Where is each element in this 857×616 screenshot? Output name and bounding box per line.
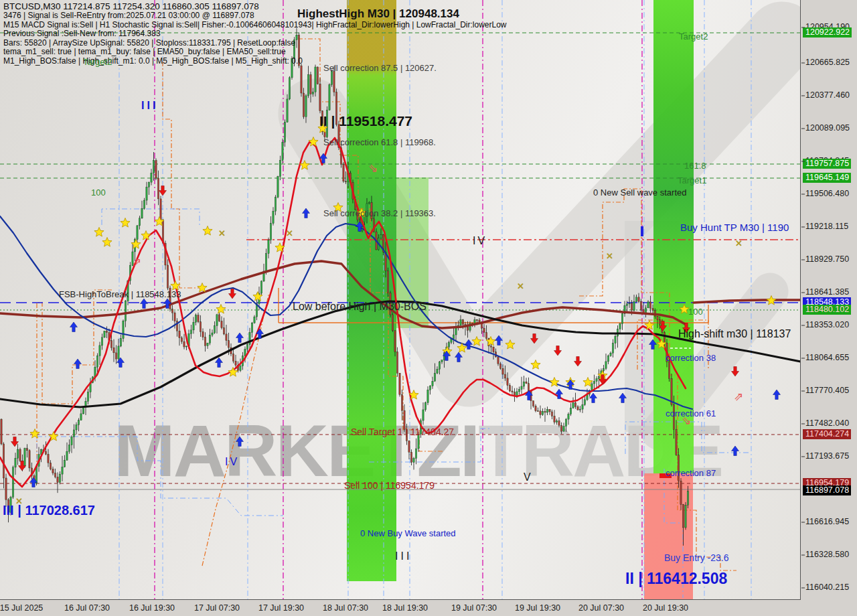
annotation-23: V [524,472,531,483]
price-tick: 120089.095 [805,123,850,133]
price-level-label: 119757.875 [803,159,851,169]
buy-arrow-icon [236,333,244,343]
annotation-10: Target1 [678,176,706,185]
x-mark-icon: ✕ [286,228,293,238]
annotation-22: correction 87 [666,469,716,478]
annotation-1: Target2 [83,58,112,67]
tema-ema-line: tema_m1_sell: true | tema_m1_buy: false … [3,48,506,57]
annotation-11: 0 New Sell wave started [593,188,686,198]
chart-canvas[interactable]: ⇗⇘⇘⇗✕✕✕✕✕✕ [0,0,801,600]
annotation-28: Buy Entry -23.6 [664,553,729,563]
buy-arrow-icon [773,390,781,400]
price-tick: 117770.405 [805,386,849,395]
time-axis-label: 17 Jul 07:30 [194,603,240,613]
annotation-2: 100 [91,188,106,198]
annotation-12: Buy Hunt TP M30 | 1190 [680,222,789,233]
chart-area[interactable]: MARKETZITRADE ⇗⇘⇘⇗✕✕✕✕✕✕ BTCUSD,M30 1172… [0,0,801,600]
price-level-label: 117404.274 [803,429,851,439]
price-tick: 118641.385 [805,287,849,297]
annotation-13: IV [473,236,487,247]
bars-stoploss-line: Bars: 55820 | ArraySize UpSignal: 55820 … [3,39,506,48]
sell-arrow-icon [229,289,236,299]
annotation-16: 100 [688,307,703,317]
star-signal-icon [216,305,226,314]
star-signal-icon [102,238,112,247]
buy-arrow-icon [216,358,223,368]
price-tick: 120377.460 [805,90,850,100]
annotation-25: III | 117028.617 [3,504,95,518]
x-mark-icon: ✕ [606,251,613,261]
x-mark-icon: ✕ [735,238,743,248]
previous-signal-line: Previous Signal :Sell-New from: 117964.3… [3,29,506,39]
annotation-21: IV [225,457,239,468]
price-tick: 117193.675 [805,451,849,461]
star-signal-icon [531,360,540,370]
time-axis-label: 15 Jul 2025 [0,603,43,613]
annotation-3: III [141,100,158,112]
star-signal-icon [121,218,130,228]
sell-arrow-icon [159,186,167,196]
time-axis-label: 19 Jul 07:30 [451,603,497,613]
price-level-label: 120922.922 [803,27,852,37]
sell-arrow-icon [11,437,19,447]
step-line-6 [102,209,200,228]
time-axis-label: 18 Jul 19:30 [382,603,428,613]
price-tick: 120665.825 [805,58,850,67]
buy-arrow-icon [303,208,310,218]
step-line-1 [163,62,200,288]
star-signal-icon [141,231,151,240]
time-axis-label: 20 Jul 19:30 [643,603,688,613]
price-tick: 116328.580 [805,550,849,559]
annotation-18: correction 38 [666,354,716,363]
annotation-15: FSB-HighToBreak | 118548.133 [59,290,181,299]
price-level-label: 118480.102 [803,305,851,315]
x-mark-icon: ✕ [218,228,226,238]
time-axis-label: 20 Jul 07:30 [578,603,624,613]
macd-stochastic-line: M15 MACD Signal is:Sell | H1 Stochastic … [3,21,506,30]
left-gate [347,0,396,581]
annotation-4: Sell correction 87.5 | 120627. [323,64,437,73]
buy-arrow-icon [590,393,597,403]
price-axis[interactable]: 120954.190120665.825120377.460120089.095… [801,0,857,600]
sell-arrow-icon [574,357,582,367]
hollow-arrow-icon: ⇘ [368,161,378,175]
annotation-7: Sell correction 38.2 | 119363. [323,209,436,218]
star-signal-icon [94,228,104,237]
annotation-9: 161.8 [684,161,706,171]
annotation-8: Target2 [679,32,708,42]
price-tick: 118064.655 [805,353,849,362]
star-signal-icon [203,226,212,236]
annotation-17: High-shift m30 | 118137 [678,329,791,340]
buy-arrow-icon [141,299,148,309]
price-tick: 119218.115 [805,222,848,231]
price-level-label: 116897.078 [803,485,851,495]
annotation-27: III [395,551,412,562]
hollow-arrow-icon: ⇗ [132,255,141,268]
price-axis-ticks [801,0,805,600]
sell-arrow-icon [554,346,562,356]
buy-arrow-icon [236,437,244,447]
time-axis-label: 18 Jul 07:30 [323,603,368,613]
time-axis[interactable]: 15 Jul 202516 Jul 07:3016 Jul 19:3017 Ju… [0,601,857,616]
hollow-arrow-icon: ⇗ [734,390,743,403]
annotation-20: Sell Target 1 | 117404.27 [351,427,454,437]
buy-arrow-icon [732,446,739,456]
annotation-26: 0 New Buy Wave started [360,529,456,538]
time-axis-label: 16 Jul 07:30 [64,603,110,613]
annotation-0: HighestHigh M30 | 120948.134 [297,8,459,20]
x-mark-icon: ✕ [517,281,524,291]
price-tick: 118929.750 [805,254,849,264]
buy-arrow-icon [74,359,82,369]
price-tick: 116040.215 [805,583,849,592]
time-axis-label: 16 Jul 19:30 [129,603,175,613]
blue-tick-marker [641,226,643,236]
price-tick: 116616.945 [805,517,849,526]
annotation-14: Low before High | M30-BOS [293,301,426,313]
time-axis-label: 17 Jul 19:30 [258,603,304,613]
price-tick: 117482.040 [805,418,849,428]
annotation-24: Sell 100 | 116954.179 [344,481,435,491]
annotation-19: correction 61 [666,409,716,418]
annotation-5: II | 119518.477 [319,114,412,129]
price-tick: 118353.020 [805,320,849,329]
price-level-label: 119645.149 [803,173,851,183]
